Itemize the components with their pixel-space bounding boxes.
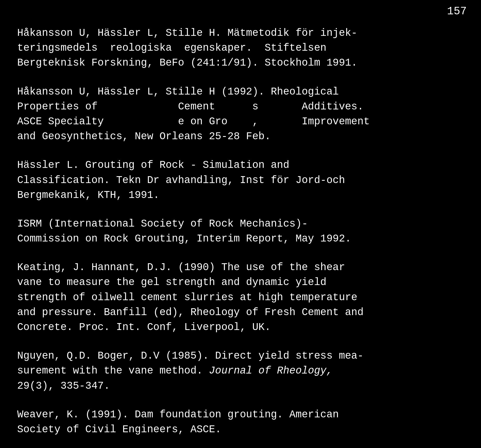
ref1-line3: Bergteknisk Forskning, BeFo (241:1/91). … [17,56,464,70]
ref5-line4: and pressure. Banfill (ed), Rheology of … [17,305,464,320]
reference-5: Keating, J. Hannant, D.J. (1990) The use… [17,260,464,335]
ref2-line4: and Geosynthetics, New Orleans 25-28 Feb… [17,129,464,144]
reference-1: Håkansson U, Hässler L, Stille H. Mätmet… [17,26,464,71]
ref6-line2: surement with the vane method. Journal o… [17,363,464,378]
ref5-line2: vane to measure the gel strength and dyn… [17,275,464,290]
ref4-line1: ISRM (International Society of Rock Mech… [17,217,464,231]
ref3-line3: Bergmekanik, KTH, 1991. [17,188,464,203]
ref5-line3: strength of oilwell cement slurries at h… [17,290,464,305]
reference-4: ISRM (International Society of Rock Mech… [17,217,464,246]
ref6-italic: Journal of Rheology, [209,365,333,377]
ref7-line2: Society of Civil Engineers, ASCE. [17,422,464,437]
ref5-line5: Concrete. Proc. Int. Conf, Liverpool, UK… [17,320,464,335]
ref1-line1: Håkansson U, Hässler L, Stille H. Mätmet… [17,26,464,41]
ref5-line1: Keating, J. Hannant, D.J. (1990) The use… [17,260,464,275]
ref1-line2: teringsmedels reologiska egenskaper. Sti… [17,41,464,56]
ref3-line2: Classification. Tekn Dr avhandling, Inst… [17,173,464,188]
reference-6: Nguyen, Q.D. Boger, D.V (1985). Direct y… [17,349,464,394]
ref2-line2: Properties of Cement s Additives. [17,99,464,114]
reference-3: Hässler L. Grouting of Rock - Simulation… [17,158,464,203]
ref3-line1: Hässler L. Grouting of Rock - Simulation… [17,158,464,173]
ref4-line2: Commission on Rock Grouting, Interim Rep… [17,231,464,246]
ref2-line1: Håkansson U, Hässler L, Stille H (1992).… [17,85,464,99]
ref6-line3: 29(3), 335-347. [17,379,464,394]
ref6-line1: Nguyen, Q.D. Boger, D.V (1985). Direct y… [17,349,464,363]
reference-7: Weaver, K. (1991). Dam foundation grouti… [17,407,464,437]
ref7-line1: Weaver, K. (1991). Dam foundation grouti… [17,407,464,422]
page-number: 157 [447,5,467,17]
content-area: Håkansson U, Hässler L, Stille H. Mätmet… [0,0,481,448]
ref2-line3: ASCE Specialty e on Gro , Improvement [17,114,464,129]
reference-2: Håkansson U, Hässler L, Stille H (1992).… [17,85,464,144]
